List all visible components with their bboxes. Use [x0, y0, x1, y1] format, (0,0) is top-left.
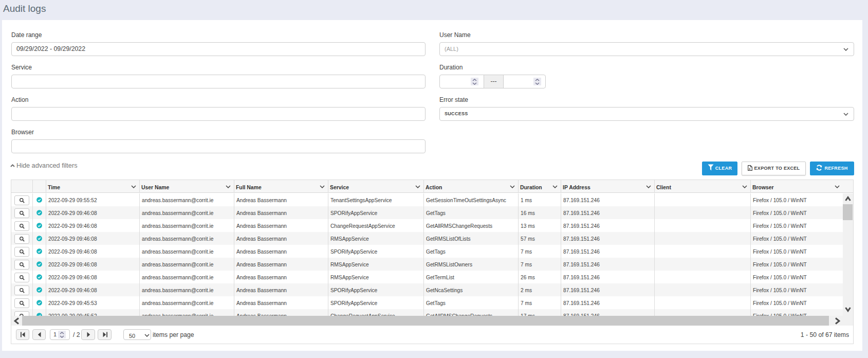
svg-text:x: x: [749, 167, 751, 170]
